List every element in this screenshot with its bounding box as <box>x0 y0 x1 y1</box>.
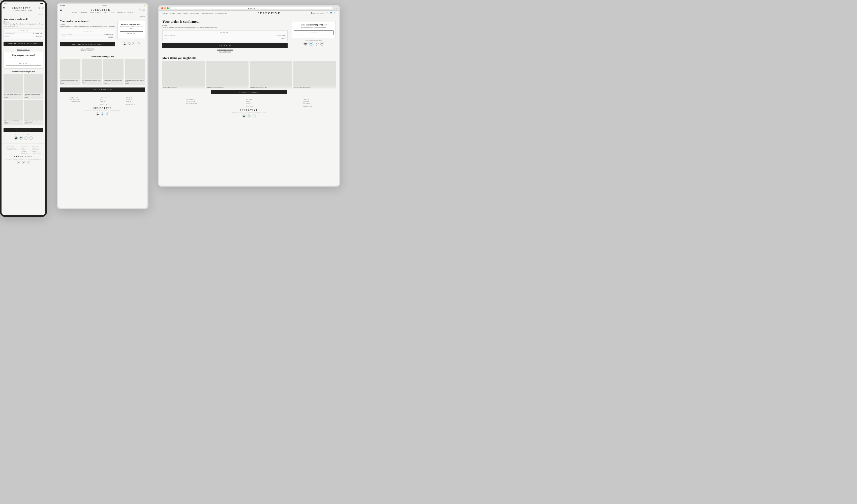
desktop-nav-back-icon[interactable]: ‹ <box>335 7 335 9</box>
tablet-search-icon[interactable]: 🔍 <box>139 9 142 11</box>
desktop-footer-facebook-icon[interactable]: f <box>253 115 256 117</box>
hamburger-icon[interactable]: ☰ <box>3 7 5 9</box>
tablet-nav-travel[interactable]: TRAVEL & STORAGE <box>117 12 133 13</box>
phone-total-label: TOTAL <box>5 36 10 37</box>
desktop-cancel-link[interactable]: CANCEL THIS ORDER? <box>162 49 288 50</box>
desktop-exp-title: How was your experience? <box>294 23 334 26</box>
tablet-nav-straps[interactable]: STRAPS <box>81 12 87 13</box>
close-window-icon[interactable] <box>161 7 163 9</box>
tablet-time: 3:32 PM <box>60 5 65 6</box>
phone-nav-straps[interactable]: STRAPS <box>21 10 27 11</box>
list-item[interactable]: 1964 Tudor Advisor Reference 7926 <box>293 61 336 88</box>
maximize-window-icon[interactable] <box>167 7 169 9</box>
twitter-icon[interactable]: 🐦 <box>19 136 23 140</box>
phone-footer-contact: CONTACT GET IN TOUCH ADVERTISEMENT <box>5 146 17 154</box>
list-item[interactable]: 1980s Patek Philippe reference 3940J <box>250 61 292 88</box>
instagram-icon[interactable]: 📷 <box>14 136 18 140</box>
list-item[interactable]: 1968 Breitling Cosmonaute reference <box>206 61 248 88</box>
tablet-cancel-link[interactable]: CANCEL THIS ORDER? <box>60 48 115 49</box>
desktop-help-link[interactable]: HELP & CONTACT <box>162 51 288 52</box>
phone-cancel-link[interactable]: CANCEL THIS ORDER? <box>3 47 43 49</box>
tablet-footer-cols: CONTACT GET IN TOUCH ADVERTISEMENT LEARN… <box>60 97 145 106</box>
desktop-add-to-cart-btn[interactable]: ADD TO CART <box>162 44 288 48</box>
tablet-nav-accessories[interactable]: ACCESSORIES <box>104 12 115 13</box>
desktop-facebook-icon[interactable]: f <box>315 41 319 46</box>
tablet-nav-tools[interactable]: TOOLS <box>89 12 94 13</box>
desktop-print-link[interactable]: PRINT <box>159 16 339 18</box>
phone-help-link[interactable]: HELP & CONTACT <box>3 49 43 50</box>
tablet-item-price-4: $3,500 <box>125 83 145 85</box>
desktop-continue-shopping-btn[interactable]: CONTINUE SHOPPING <box>211 90 287 94</box>
tablet-left-col: Your order is confirmed! Hi John, Thanks… <box>60 19 115 51</box>
desktop-brand: SELECTIVE <box>258 12 281 15</box>
tablet-help-link[interactable]: HELP & CONTACT <box>60 50 115 51</box>
more-share-icon[interactable]: ••• <box>29 136 33 140</box>
list-item[interactable]: 1958 Omega Ranchero Reference 29901 $7,5… <box>82 59 102 85</box>
tablet-hamburger-icon[interactable]: ☰ <box>60 9 62 11</box>
search-icon[interactable]: 🔍 <box>38 7 40 9</box>
cart-icon[interactable]: 🛒 <box>41 7 44 9</box>
list-item[interactable]: 1978 Rolex Day-Date 18030 With Lapis Laz… <box>103 59 124 85</box>
desktop-twitter-icon[interactable]: 🐦 <box>309 41 313 46</box>
tablet-instagram-icon[interactable]: 📷 <box>123 43 126 45</box>
desktop-nav-forward-icon[interactable]: › <box>336 7 337 9</box>
list-item[interactable]: 1958 Omega Ranchero Reference 29901 $7,5… <box>24 74 44 99</box>
desktop-more-share-icon[interactable]: ••• <box>320 41 324 46</box>
desktop-nav-customer-service[interactable]: CUSTOMER SERVICE <box>215 13 228 14</box>
tablet-footer-twitter-icon[interactable]: 🐦 <box>101 113 104 116</box>
tablet-more-share-icon[interactable]: ••• <box>137 43 140 45</box>
desktop-instagram-icon[interactable]: 📷 <box>303 41 307 46</box>
tablet-footer-instagram-icon[interactable]: 📷 <box>96 113 99 116</box>
desktop-nav-library[interactable]: LIBRARY <box>183 13 188 14</box>
list-item[interactable]: 1978 Rolex Day-Date 18030 With Lapis Laz… <box>3 100 23 125</box>
tablet-item-name-4: 1970s Hamilton Chrono-Matic Reference 11… <box>125 79 145 83</box>
desktop-sell-btn[interactable]: SELL YOUR WATCH <box>311 12 325 14</box>
phone-lets-go-btn[interactable]: LET'S GO <box>6 61 41 66</box>
tablet-facebook-icon[interactable]: f <box>132 43 135 45</box>
desktop-nav-straps[interactable]: STRAPS <box>170 13 175 14</box>
tablet-lets-go-btn[interactable]: LET'S GO <box>120 31 143 36</box>
footer-facebook-icon[interactable]: f <box>27 161 30 164</box>
list-item[interactable]: 1970s Hamilton Chrono-Matic Reference 11… <box>125 59 145 85</box>
phone-total: $7,662.95 <box>36 36 42 37</box>
desktop-footer-instagram-icon[interactable]: 📷 <box>242 115 246 117</box>
list-item[interactable]: 1970s Hamilton Chrono-Matic Reference 11… <box>24 100 44 125</box>
facebook-icon[interactable]: f <box>24 136 28 140</box>
tablet-exp-sub: Take our 2 minute survey to tell us what… <box>120 26 143 29</box>
tablet-twitter-icon[interactable]: 🐦 <box>128 43 131 45</box>
address-bar[interactable]: ● Selective <box>171 7 333 9</box>
phone-view-track-btn[interactable]: VIEW, TRACK OR MANAGE ORDER <box>3 41 43 46</box>
tablet-cart-icon[interactable]: 🛒 <box>143 9 145 11</box>
phone-nav-more[interactable]: MORE + <box>28 10 34 11</box>
desktop-item-name-2: 1968 Breitling Cosmonaute reference <box>206 86 248 88</box>
desktop-search-icon[interactable]: 🔍 <box>326 12 329 14</box>
list-item[interactable]: 1979 Rolex Datejust Reference 16000 W...… <box>3 74 23 99</box>
desktop-cart-icon[interactable]: 🛒 <box>334 12 336 14</box>
tablet-footer-brand: SELECTIVE <box>60 107 145 110</box>
desktop-lets-go-btn[interactable]: LET'S GO <box>294 31 334 35</box>
phone-continue-shopping-btn[interactable]: CONTINUE SHOPPING <box>3 128 43 132</box>
desktop-nav-accessories[interactable]: ACCESSORIES <box>190 13 199 14</box>
desktop-account-icon[interactable]: 👤 <box>330 12 332 14</box>
desktop-experience-box: How was your experience? Take our 2 minu… <box>292 21 336 38</box>
tablet-nav-library[interactable]: LIBRARY <box>96 12 103 13</box>
tablet-nav-watches[interactable]: WATCHES <box>72 12 80 13</box>
minimize-window-icon[interactable] <box>164 7 166 9</box>
item-name-1: 1979 Rolex Datejust Reference 16000 W... <box>3 93 23 97</box>
desktop-nav-travel[interactable]: TRAVEL & STORAGE <box>201 13 213 14</box>
phone-print-link[interactable]: PRINT <box>1 13 45 16</box>
desktop-nav-watches[interactable]: WATCHES <box>162 13 168 14</box>
tablet-share-text: Share your purchase with friends <box>117 40 145 41</box>
tablet-view-track-btn[interactable]: VIEW, TRACK OR MANAGE ORDER <box>60 42 115 46</box>
footer-instagram-icon[interactable]: 📷 <box>17 161 20 164</box>
tablet-print-link[interactable]: PRINT <box>58 15 147 17</box>
list-item[interactable]: 1961 Rolex Day-Date reference <box>162 61 205 88</box>
desktop-items-grid: 1961 Rolex Day-Date reference 1968 Breit… <box>162 61 336 88</box>
desktop-nav-tools[interactable]: TOOLS <box>177 13 181 14</box>
phone-nav-watches[interactable]: WATCHES <box>14 10 20 11</box>
desktop-footer-twitter-icon[interactable]: 🐦 <box>248 115 251 117</box>
list-item[interactable]: 1979 Rolex Datejust Reference 16000 W...… <box>60 59 80 85</box>
tablet-footer-facebook-icon[interactable]: f <box>106 113 109 116</box>
tablet-continue-shopping-btn[interactable]: CONTINUE SHOPPING <box>60 87 145 92</box>
footer-twitter-icon[interactable]: 🐦 <box>22 161 25 164</box>
